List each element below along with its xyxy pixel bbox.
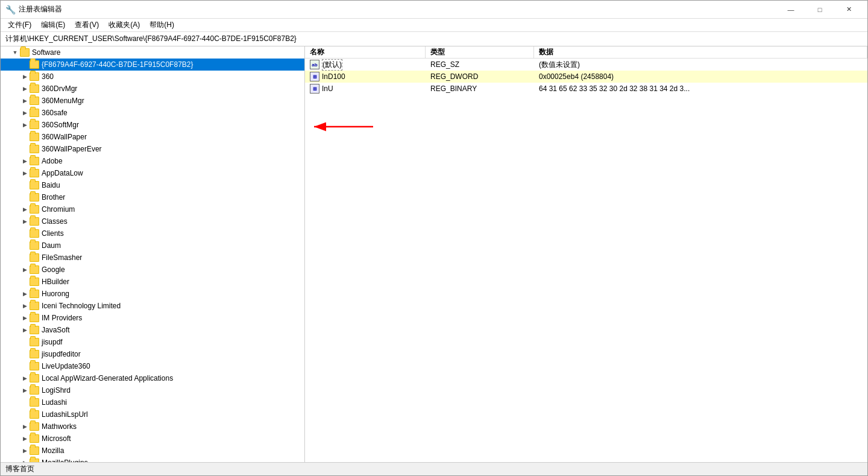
tree-toggle-icon[interactable]	[20, 180, 30, 190]
tree-toggle-icon[interactable]: ▶	[20, 325, 30, 335]
tree-toggle-icon[interactable]	[20, 398, 30, 407]
tree-toggle-icon[interactable]: ▶	[20, 120, 30, 130]
folder-icon	[30, 350, 39, 358]
tree-item[interactable]: ▶Mathworks	[1, 420, 304, 433]
tree-item[interactable]: LudashiLspUrl	[1, 408, 304, 420]
tree-item-label: HBuilder	[42, 276, 69, 288]
tree-toggle-icon[interactable]: ▶	[20, 434, 30, 443]
reg-type-icon: ⊞	[310, 72, 319, 81]
tree-item[interactable]: ▶MozillaPlugins	[1, 457, 304, 462]
tree-item[interactable]: ▶JavaSoft	[1, 324, 304, 336]
tree-item[interactable]: Daum	[1, 240, 304, 252]
tree-toggle-icon[interactable]	[20, 277, 30, 287]
tree-item-label: Baidu	[42, 179, 60, 191]
registry-tree[interactable]: ▼Software{F8679A4F-6927-440C-B7DE-1F915C…	[1, 46, 305, 462]
tree-item[interactable]: ▶360SoftMgr	[1, 119, 304, 131]
tree-item[interactable]: Brother	[1, 191, 304, 203]
tree-toggle-icon[interactable]: ▶	[20, 205, 30, 214]
tree-item-label: Mozilla	[42, 445, 64, 457]
registry-row[interactable]: ab(默认)REG_SZ(数值未设置)	[305, 59, 867, 71]
tree-item[interactable]: ▶LogiShrd	[1, 384, 304, 396]
tree-toggle-icon[interactable]	[20, 361, 30, 371]
tree-item[interactable]: ▶Google	[1, 264, 304, 276]
tree-item[interactable]: ▶Classes	[1, 215, 304, 227]
tree-toggle-icon[interactable]: ▶	[20, 301, 30, 311]
tree-item[interactable]: ▶Adobe	[1, 155, 304, 167]
folder-icon	[30, 398, 39, 407]
tree-item[interactable]: jisupdf	[1, 336, 304, 348]
folder-icon	[30, 459, 39, 462]
tree-item[interactable]: ▶Microsoft	[1, 433, 304, 445]
tree-toggle-icon[interactable]	[20, 349, 30, 359]
tree-item[interactable]: ▶Huorong	[1, 288, 304, 300]
tree-item[interactable]: ▶Iceni Technology Limited	[1, 300, 304, 312]
tree-toggle-icon[interactable]	[20, 229, 30, 238]
menu-item[interactable]: 编辑(E)	[36, 19, 70, 32]
tree-toggle-icon[interactable]	[20, 60, 30, 69]
folder-icon	[30, 302, 39, 310]
tree-toggle-icon[interactable]: ▶	[20, 386, 30, 395]
tree-item[interactable]: 360WallPaperEver	[1, 143, 304, 155]
tree-toggle-icon[interactable]: ▶	[20, 458, 30, 462]
tree-toggle-icon[interactable]: ▶	[20, 289, 30, 299]
tree-toggle-icon[interactable]: ▶	[20, 96, 30, 106]
tree-item[interactable]: ▶IM Providers	[1, 312, 304, 324]
folder-icon	[30, 434, 39, 443]
tree-toggle-icon[interactable]: ▶	[20, 84, 30, 94]
tree-toggle-icon[interactable]: ▶	[20, 72, 30, 81]
tree-toggle-icon[interactable]: ▶	[20, 265, 30, 274]
menu-item[interactable]: 查看(V)	[70, 19, 104, 32]
tree-item[interactable]: 360WallPaper	[1, 131, 304, 143]
tree-toggle-icon[interactable]	[20, 144, 30, 154]
menu-item[interactable]: 帮助(H)	[145, 19, 179, 32]
tree-toggle-icon[interactable]: ▶	[20, 313, 30, 323]
folder-icon	[30, 169, 39, 177]
tree-item[interactable]: ▶360safe	[1, 107, 304, 119]
tree-toggle-icon[interactable]: ▶	[20, 168, 30, 178]
tree-toggle-icon[interactable]: ▼	[10, 48, 20, 57]
tree-item[interactable]: ▶360	[1, 71, 304, 83]
tree-item[interactable]: Baidu	[1, 179, 304, 191]
tree-toggle-icon[interactable]: ▶	[20, 446, 30, 455]
tree-toggle-icon[interactable]	[20, 253, 30, 262]
tree-item[interactable]: HBuilder	[1, 276, 304, 288]
minimize-button[interactable]: —	[777, 1, 805, 19]
tree-item[interactable]: FileSmasher	[1, 252, 304, 264]
tree-toggle-icon[interactable]: ▶	[20, 217, 30, 226]
reg-type-icon: ⊞	[310, 84, 319, 94]
tree-item[interactable]: ▶Mozilla	[1, 445, 304, 457]
tree-toggle-icon[interactable]: ▶	[20, 108, 30, 118]
maximize-button[interactable]: □	[806, 1, 834, 19]
tree-toggle-icon[interactable]: ▶	[20, 422, 30, 431]
registry-values-list[interactable]: ab(默认)REG_SZ(数值未设置)⊞InD100REG_DWORD0x000…	[305, 59, 867, 462]
tree-toggle-icon[interactable]: ▶	[20, 156, 30, 166]
registry-editor-window: 🔧 注册表编辑器 — □ ✕ 文件(F)编辑(E)查看(V)收藏夹(A)帮助(H…	[0, 0, 868, 476]
tree-item[interactable]: Ludashi	[1, 396, 304, 408]
tree-item[interactable]: ▶AppDataLow	[1, 167, 304, 179]
tree-toggle-icon[interactable]	[20, 132, 30, 142]
tree-item[interactable]: jisupdfeditor	[1, 348, 304, 360]
tree-toggle-icon[interactable]: ▶	[20, 373, 30, 383]
tree-item-label: LiveUpdate360	[42, 360, 90, 372]
tree-item[interactable]: {F8679A4F-6927-440C-B7DE-1F915C0F87B2}	[1, 59, 304, 71]
menu-item[interactable]: 收藏夹(A)	[104, 19, 145, 32]
tree-toggle-icon[interactable]	[20, 410, 30, 419]
close-button[interactable]: ✕	[835, 1, 863, 19]
tree-toggle-icon[interactable]	[20, 192, 30, 202]
tree-item[interactable]: ▶Local AppWizard-Generated Applications	[1, 372, 304, 384]
tree-item[interactable]: ▼Software	[1, 46, 304, 59]
tree-item[interactable]: ▶Chromium	[1, 203, 304, 215]
reg-name-cell: ⊞InU	[305, 84, 426, 94]
tree-item[interactable]: LiveUpdate360	[1, 360, 304, 372]
registry-row[interactable]: ⊞InUREG_BINARY64 31 65 62 33 35 32 30 2d…	[305, 83, 867, 95]
tree-toggle-icon[interactable]	[20, 337, 30, 347]
tree-item-label: 360safe	[42, 107, 68, 119]
tree-item[interactable]: ▶360DrvMgr	[1, 83, 304, 95]
folder-icon	[30, 60, 39, 69]
reg-type-cell: REG_SZ	[426, 60, 534, 69]
tree-item[interactable]: Clients	[1, 227, 304, 240]
registry-row[interactable]: ⊞InD100REG_DWORD0x00025eb4 (2458804)	[305, 71, 867, 83]
tree-toggle-icon[interactable]	[20, 241, 30, 250]
menu-item[interactable]: 文件(F)	[3, 19, 36, 32]
tree-item[interactable]: ▶360MenuMgr	[1, 95, 304, 107]
